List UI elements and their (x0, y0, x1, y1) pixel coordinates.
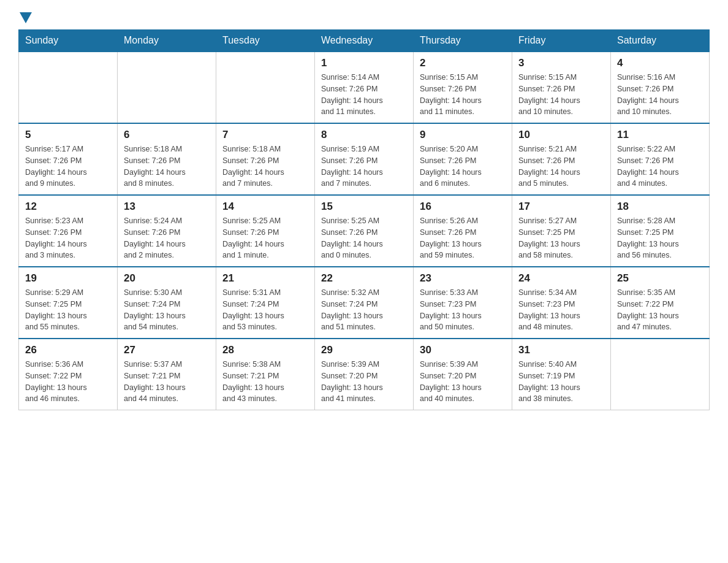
calendar-cell: 23Sunrise: 5:33 AM Sunset: 7:23 PM Dayli… (414, 267, 512, 339)
weekday-header-wednesday: Wednesday (315, 30, 414, 52)
day-number: 23 (420, 272, 506, 285)
calendar-cell: 21Sunrise: 5:31 AM Sunset: 7:24 PM Dayli… (216, 267, 315, 339)
weekday-header-friday: Friday (512, 30, 611, 52)
calendar-cell (216, 52, 315, 123)
day-number: 21 (222, 272, 308, 285)
day-info: Sunrise: 5:21 AM Sunset: 7:26 PM Dayligh… (518, 144, 604, 190)
day-info: Sunrise: 5:31 AM Sunset: 7:24 PM Dayligh… (222, 287, 308, 333)
calendar-cell: 24Sunrise: 5:34 AM Sunset: 7:23 PM Dayli… (512, 267, 611, 339)
day-number: 11 (617, 129, 703, 141)
day-number: 14 (222, 201, 308, 213)
day-info: Sunrise: 5:24 AM Sunset: 7:26 PM Dayligh… (124, 215, 210, 261)
weekday-header-sunday: Sunday (19, 30, 118, 52)
calendar-week-row: 26Sunrise: 5:36 AM Sunset: 7:22 PM Dayli… (19, 339, 710, 410)
day-number: 13 (124, 201, 210, 213)
day-number: 1 (321, 57, 407, 69)
day-info: Sunrise: 5:36 AM Sunset: 7:22 PM Dayligh… (25, 359, 111, 405)
day-number: 17 (518, 201, 604, 213)
calendar-cell: 31Sunrise: 5:40 AM Sunset: 7:19 PM Dayli… (512, 339, 611, 410)
calendar-cell: 16Sunrise: 5:26 AM Sunset: 7:26 PM Dayli… (414, 195, 512, 267)
calendar-cell (611, 339, 710, 410)
day-number: 26 (25, 344, 111, 356)
calendar-cell: 5Sunrise: 5:17 AM Sunset: 7:26 PM Daylig… (19, 123, 118, 195)
day-info: Sunrise: 5:18 AM Sunset: 7:26 PM Dayligh… (124, 144, 210, 190)
day-number: 27 (124, 344, 210, 356)
calendar-cell: 13Sunrise: 5:24 AM Sunset: 7:26 PM Dayli… (118, 195, 216, 267)
calendar-cell: 9Sunrise: 5:20 AM Sunset: 7:26 PM Daylig… (414, 123, 512, 195)
day-number: 8 (321, 129, 407, 141)
calendar-week-row: 5Sunrise: 5:17 AM Sunset: 7:26 PM Daylig… (19, 123, 710, 195)
day-info: Sunrise: 5:25 AM Sunset: 7:26 PM Dayligh… (321, 215, 407, 261)
day-info: Sunrise: 5:34 AM Sunset: 7:23 PM Dayligh… (518, 287, 604, 333)
day-number: 28 (222, 344, 308, 356)
calendar-cell: 3Sunrise: 5:15 AM Sunset: 7:26 PM Daylig… (512, 52, 611, 123)
day-info: Sunrise: 5:25 AM Sunset: 7:26 PM Dayligh… (222, 215, 308, 261)
day-info: Sunrise: 5:20 AM Sunset: 7:26 PM Dayligh… (420, 144, 506, 190)
weekday-header-thursday: Thursday (414, 30, 512, 52)
day-info: Sunrise: 5:32 AM Sunset: 7:24 PM Dayligh… (321, 287, 407, 333)
calendar-cell: 14Sunrise: 5:25 AM Sunset: 7:26 PM Dayli… (216, 195, 315, 267)
day-number: 16 (420, 201, 506, 213)
weekday-header-tuesday: Tuesday (216, 30, 315, 52)
calendar-cell: 20Sunrise: 5:30 AM Sunset: 7:24 PM Dayli… (118, 267, 216, 339)
day-number: 31 (518, 344, 604, 356)
day-info: Sunrise: 5:33 AM Sunset: 7:23 PM Dayligh… (420, 287, 506, 333)
day-info: Sunrise: 5:16 AM Sunset: 7:26 PM Dayligh… (617, 72, 703, 118)
day-info: Sunrise: 5:37 AM Sunset: 7:21 PM Dayligh… (124, 359, 210, 405)
calendar-cell: 6Sunrise: 5:18 AM Sunset: 7:26 PM Daylig… (118, 123, 216, 195)
day-info: Sunrise: 5:28 AM Sunset: 7:25 PM Dayligh… (617, 215, 703, 261)
calendar-cell: 15Sunrise: 5:25 AM Sunset: 7:26 PM Dayli… (315, 195, 414, 267)
day-number: 24 (518, 272, 604, 285)
day-number: 5 (25, 129, 111, 141)
calendar-cell: 8Sunrise: 5:19 AM Sunset: 7:26 PM Daylig… (315, 123, 414, 195)
calendar-cell: 2Sunrise: 5:15 AM Sunset: 7:26 PM Daylig… (414, 52, 512, 123)
calendar-header-row: SundayMondayTuesdayWednesdayThursdayFrid… (19, 30, 710, 52)
day-info: Sunrise: 5:18 AM Sunset: 7:26 PM Dayligh… (222, 144, 308, 190)
day-number: 3 (518, 57, 604, 69)
day-number: 29 (321, 344, 407, 356)
calendar-cell: 7Sunrise: 5:18 AM Sunset: 7:26 PM Daylig… (216, 123, 315, 195)
day-info: Sunrise: 5:29 AM Sunset: 7:25 PM Dayligh… (25, 287, 111, 333)
day-info: Sunrise: 5:39 AM Sunset: 7:20 PM Dayligh… (420, 359, 506, 405)
day-info: Sunrise: 5:39 AM Sunset: 7:20 PM Dayligh… (321, 359, 407, 405)
calendar-cell: 29Sunrise: 5:39 AM Sunset: 7:20 PM Dayli… (315, 339, 414, 410)
day-info: Sunrise: 5:15 AM Sunset: 7:26 PM Dayligh… (420, 72, 506, 118)
calendar-cell: 22Sunrise: 5:32 AM Sunset: 7:24 PM Dayli… (315, 267, 414, 339)
day-info: Sunrise: 5:17 AM Sunset: 7:26 PM Dayligh… (25, 144, 111, 190)
day-info: Sunrise: 5:15 AM Sunset: 7:26 PM Dayligh… (518, 72, 604, 118)
day-number: 15 (321, 201, 407, 213)
day-info: Sunrise: 5:14 AM Sunset: 7:26 PM Dayligh… (321, 72, 407, 118)
calendar-cell: 12Sunrise: 5:23 AM Sunset: 7:26 PM Dayli… (19, 195, 118, 267)
day-info: Sunrise: 5:38 AM Sunset: 7:21 PM Dayligh… (222, 359, 308, 405)
calendar-cell: 17Sunrise: 5:27 AM Sunset: 7:25 PM Dayli… (512, 195, 611, 267)
calendar-cell: 19Sunrise: 5:29 AM Sunset: 7:25 PM Dayli… (19, 267, 118, 339)
calendar-cell: 30Sunrise: 5:39 AM Sunset: 7:20 PM Dayli… (414, 339, 512, 410)
day-info: Sunrise: 5:30 AM Sunset: 7:24 PM Dayligh… (124, 287, 210, 333)
day-number: 4 (617, 57, 703, 69)
day-number: 22 (321, 272, 407, 285)
calendar-cell (19, 52, 118, 123)
calendar-week-row: 1Sunrise: 5:14 AM Sunset: 7:26 PM Daylig… (19, 52, 710, 123)
day-info: Sunrise: 5:40 AM Sunset: 7:19 PM Dayligh… (518, 359, 604, 405)
day-info: Sunrise: 5:22 AM Sunset: 7:26 PM Dayligh… (617, 144, 703, 190)
day-number: 25 (617, 272, 703, 285)
calendar-cell: 25Sunrise: 5:35 AM Sunset: 7:22 PM Dayli… (611, 267, 710, 339)
calendar-cell: 11Sunrise: 5:22 AM Sunset: 7:26 PM Dayli… (611, 123, 710, 195)
day-number: 7 (222, 129, 308, 141)
calendar-cell: 10Sunrise: 5:21 AM Sunset: 7:26 PM Dayli… (512, 123, 611, 195)
weekday-header-monday: Monday (118, 30, 216, 52)
calendar-cell: 26Sunrise: 5:36 AM Sunset: 7:22 PM Dayli… (19, 339, 118, 410)
calendar-cell (118, 52, 216, 123)
day-number: 18 (617, 201, 703, 213)
day-number: 2 (420, 57, 506, 69)
day-info: Sunrise: 5:35 AM Sunset: 7:22 PM Dayligh… (617, 287, 703, 333)
page-header (18, 12, 710, 23)
calendar-cell: 4Sunrise: 5:16 AM Sunset: 7:26 PM Daylig… (611, 52, 710, 123)
calendar-week-row: 19Sunrise: 5:29 AM Sunset: 7:25 PM Dayli… (19, 267, 710, 339)
day-info: Sunrise: 5:27 AM Sunset: 7:25 PM Dayligh… (518, 215, 604, 261)
calendar-cell: 28Sunrise: 5:38 AM Sunset: 7:21 PM Dayli… (216, 339, 315, 410)
day-number: 10 (518, 129, 604, 141)
day-number: 30 (420, 344, 506, 356)
day-info: Sunrise: 5:26 AM Sunset: 7:26 PM Dayligh… (420, 215, 506, 261)
day-number: 20 (124, 272, 210, 285)
